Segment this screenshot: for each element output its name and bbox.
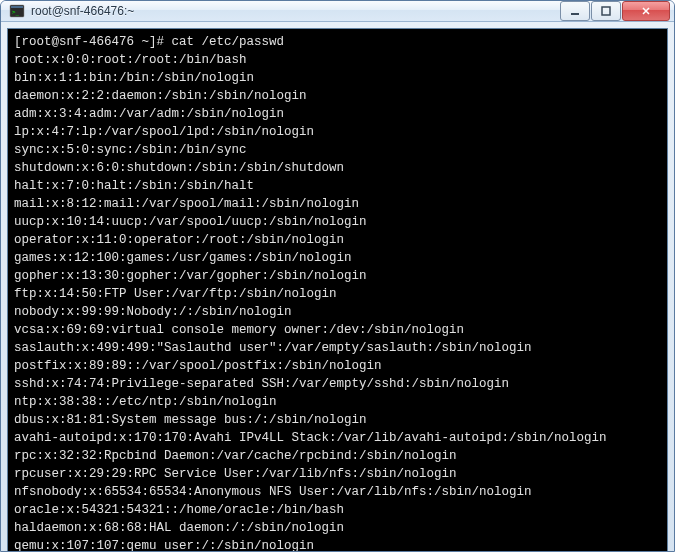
output-line: oracle:x:54321:54321::/home/oracle:/bin/… [14, 501, 661, 519]
output-line: games:x:12:100:games:/usr/games:/sbin/no… [14, 249, 661, 267]
minimize-button[interactable] [560, 1, 590, 21]
window-title: root@snf-466476:~ [31, 4, 560, 18]
terminal-window: >_ root@snf-466476:~ [root@snf-466476 ~]… [0, 0, 675, 552]
output-line: rpcuser:x:29:29:RPC Service User:/var/li… [14, 465, 661, 483]
output-line: gopher:x:13:30:gopher:/var/gopher:/sbin/… [14, 267, 661, 285]
titlebar[interactable]: >_ root@snf-466476:~ [1, 1, 674, 22]
terminal-icon: >_ [9, 3, 25, 19]
window-controls [560, 1, 670, 21]
output-line: shutdown:x:6:0:shutdown:/sbin:/sbin/shut… [14, 159, 661, 177]
maximize-button[interactable] [591, 1, 621, 21]
svg-rect-4 [602, 7, 610, 15]
output-line: dbus:x:81:81:System message bus:/:/sbin/… [14, 411, 661, 429]
close-button[interactable] [622, 1, 670, 21]
output-line: root:x:0:0:root:/root:/bin/bash [14, 51, 661, 69]
output-line: nobody:x:99:99:Nobody:/:/sbin/nologin [14, 303, 661, 321]
output-line: mail:x:8:12:mail:/var/spool/mail:/sbin/n… [14, 195, 661, 213]
output-line: halt:x:7:0:halt:/sbin:/sbin/halt [14, 177, 661, 195]
terminal-container: [root@snf-466476 ~]# cat /etc/passwdroot… [1, 22, 674, 552]
output-line: operator:x:11:0:operator:/root:/sbin/nol… [14, 231, 661, 249]
output-line: sshd:x:74:74:Privilege-separated SSH:/va… [14, 375, 661, 393]
output-line: nfsnobody:x:65534:65534:Anonymous NFS Us… [14, 483, 661, 501]
prompt-line: [root@snf-466476 ~]# cat /etc/passwd [14, 33, 661, 51]
output-line: vcsa:x:69:69:virtual console memory owne… [14, 321, 661, 339]
svg-text:>_: >_ [12, 8, 20, 16]
output-line: postfix:x:89:89::/var/spool/postfix:/sbi… [14, 357, 661, 375]
output-line: lp:x:4:7:lp:/var/spool/lpd:/sbin/nologin [14, 123, 661, 141]
output-line: bin:x:1:1:bin:/bin:/sbin/nologin [14, 69, 661, 87]
svg-rect-3 [571, 13, 579, 15]
output-line: ntp:x:38:38::/etc/ntp:/sbin/nologin [14, 393, 661, 411]
terminal-output[interactable]: [root@snf-466476 ~]# cat /etc/passwdroot… [7, 28, 668, 552]
output-line: rpc:x:32:32:Rpcbind Daemon:/var/cache/rp… [14, 447, 661, 465]
output-line: daemon:x:2:2:daemon:/sbin:/sbin/nologin [14, 87, 661, 105]
output-line: adm:x:3:4:adm:/var/adm:/sbin/nologin [14, 105, 661, 123]
output-line: saslauth:x:499:499:"Saslauthd user":/var… [14, 339, 661, 357]
output-line: sync:x:5:0:sync:/sbin:/bin/sync [14, 141, 661, 159]
output-line: haldaemon:x:68:68:HAL daemon:/:/sbin/nol… [14, 519, 661, 537]
output-line: qemu:x:107:107:qemu user:/:/sbin/nologin [14, 537, 661, 552]
output-line: ftp:x:14:50:FTP User:/var/ftp:/sbin/nolo… [14, 285, 661, 303]
output-line: uucp:x:10:14:uucp:/var/spool/uucp:/sbin/… [14, 213, 661, 231]
output-line: avahi-autoipd:x:170:170:Avahi IPv4LL Sta… [14, 429, 661, 447]
